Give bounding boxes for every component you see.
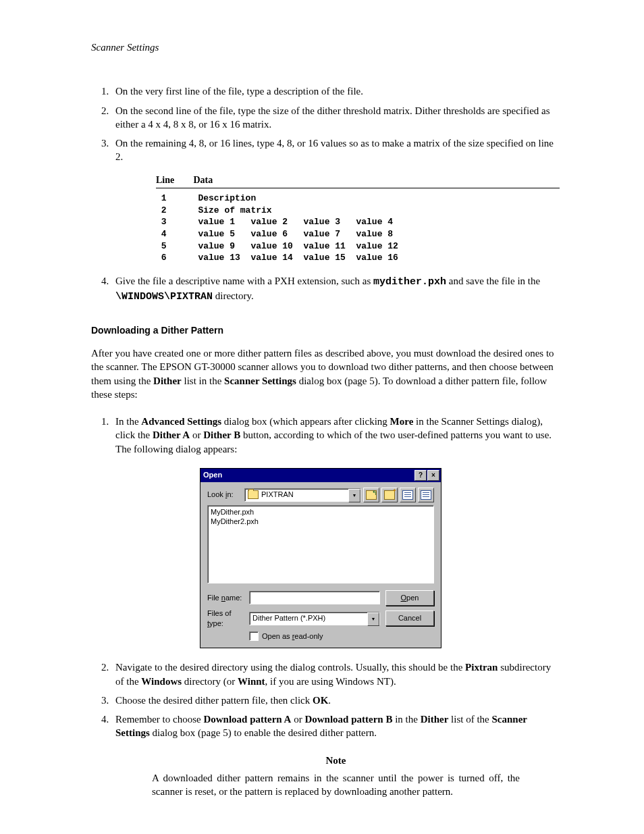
page-header: Scanner Settings — [91, 41, 560, 54]
format-table: Line Data 1 Description 2 Size of matrix… — [156, 174, 560, 264]
intro-paragraph: After you have created one or more dithe… — [91, 346, 560, 401]
instructions-list-2: In the Advanced Settings dialog box (whi… — [91, 415, 560, 740]
list2-item3: Choose the desired dither pattern file, … — [111, 694, 560, 707]
format-col-data: Data — [194, 175, 213, 185]
list1-item1: On the very first line of the file, type… — [111, 84, 560, 98]
list-view-icon[interactable] — [400, 488, 416, 502]
format-row: 3 value 1 value 2 value 3 value 4 — [156, 216, 560, 228]
filetype-label: Files of type: — [207, 608, 249, 629]
list2-item4: Remember to choose Download pattern A or… — [111, 712, 560, 740]
format-row: 6 value 13 value 14 value 15 value 16 — [156, 252, 560, 264]
chevron-down-icon[interactable] — [367, 613, 379, 626]
details-view-icon[interactable] — [418, 488, 434, 502]
lookin-label: Look in: — [207, 490, 244, 500]
open-dialog: Open ? × Look in: PIXTRAN — [200, 468, 441, 649]
filetype-value: Dither Pattern (*.PXH) — [252, 613, 325, 623]
file-item[interactable]: MyDither2.pxh — [211, 517, 431, 526]
new-folder-icon[interactable] — [381, 488, 398, 502]
format-col-line: Line — [156, 174, 191, 187]
list2-item2: Navigate to the desired directory using … — [111, 660, 560, 688]
format-row: 4 value 5 value 6 value 7 value 8 — [156, 228, 560, 240]
filename-example: mydither.pxh — [373, 276, 446, 288]
dialog-titlebar: Open ? × — [200, 469, 441, 482]
dialog-title: Open — [203, 470, 222, 480]
readonly-checkbox[interactable] — [249, 631, 259, 641]
instructions-list-1: On the very first line of the file, type… — [91, 84, 560, 304]
folder-icon — [248, 490, 259, 499]
cancel-button[interactable]: Cancel — [385, 610, 434, 626]
directory-path: \WINDOWS\PIXTRAN — [115, 291, 213, 303]
filetype-combo[interactable]: Dither Pattern (*.PXH) — [249, 612, 380, 625]
open-button[interactable]: Open — [385, 590, 434, 606]
list2-item1: In the Advanced Settings dialog box (whi… — [111, 415, 560, 648]
list1-item3: On the remaining 4, 8, or 16 lines, type… — [111, 136, 560, 264]
up-folder-icon[interactable] — [363, 488, 379, 502]
filename-input[interactable] — [249, 591, 380, 604]
lookin-value: PIXTRAN — [261, 490, 294, 500]
readonly-label: Open as read-only — [262, 631, 323, 642]
list1-item2: On the second line of the file, type the… — [111, 104, 560, 132]
format-row: 1 Description — [156, 192, 560, 205]
note-block: Note A downloaded dither pattern remains… — [152, 754, 520, 799]
list1-item4: Give the file a descriptive name with a … — [111, 274, 560, 305]
chevron-down-icon[interactable] — [348, 489, 360, 502]
note-title: Note — [152, 754, 520, 767]
file-list[interactable]: MyDither.pxh MyDither2.pxh — [207, 505, 434, 583]
lookin-combo[interactable]: PIXTRAN — [244, 488, 361, 502]
note-body: A downloaded dither pattern remains in t… — [152, 771, 520, 799]
close-icon[interactable]: × — [427, 470, 439, 481]
filename-label: File name: — [207, 593, 249, 603]
section-heading: Downloading a Dither Pattern — [91, 324, 560, 337]
format-row: 2 Size of matrix — [156, 205, 560, 217]
file-item[interactable]: MyDither.pxh — [211, 507, 431, 517]
format-row: 5 value 9 value 10 value 11 value 12 — [156, 240, 560, 253]
help-icon[interactable]: ? — [414, 470, 427, 481]
